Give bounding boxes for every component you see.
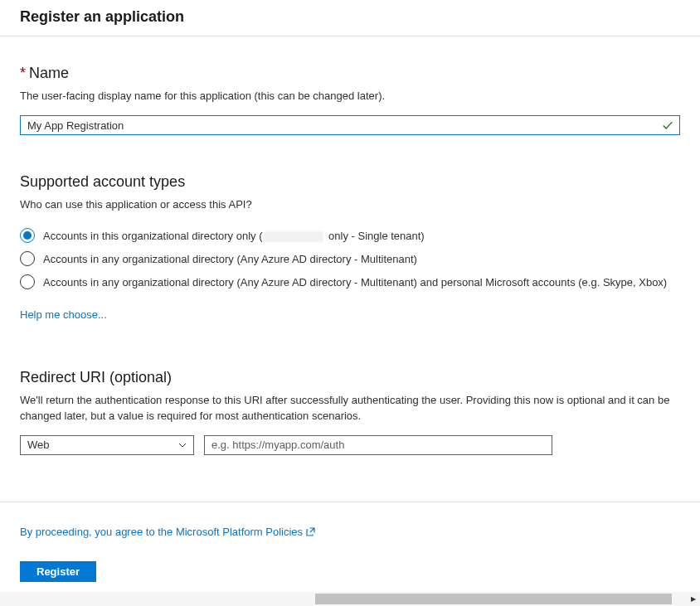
name-label-text: Name bbox=[29, 65, 69, 81]
scrollbar-thumb[interactable] bbox=[315, 594, 672, 604]
external-link-icon bbox=[306, 526, 316, 536]
help-me-choose-link[interactable]: Help me choose... bbox=[20, 308, 107, 321]
name-section: *Name The user-facing display name for t… bbox=[20, 65, 680, 135]
checkmark-icon bbox=[662, 119, 673, 131]
required-asterisk-icon: * bbox=[20, 65, 26, 81]
register-button[interactable]: Register bbox=[20, 561, 96, 582]
opt0-suffix: only - Single tenant) bbox=[325, 230, 424, 242]
redacted-tenant-name bbox=[264, 231, 323, 242]
radio-icon bbox=[20, 274, 35, 289]
radio-option-single-tenant[interactable]: Accounts in this organizational director… bbox=[20, 224, 680, 247]
radio-icon bbox=[20, 251, 35, 266]
page-title: Register an application bbox=[20, 3, 680, 36]
account-types-description: Who can use this application or access t… bbox=[20, 197, 680, 212]
account-types-label: Supported account types bbox=[20, 173, 680, 191]
radio-option-multitenant[interactable]: Accounts in any organizational directory… bbox=[20, 247, 680, 270]
radio-label-single-tenant: Accounts in this organizational director… bbox=[43, 230, 425, 242]
footer-section: By proceeding, you agree to the Microsof… bbox=[0, 502, 700, 582]
redirect-uri-label: Redirect URI (optional) bbox=[20, 369, 680, 386]
radio-option-multitenant-personal[interactable]: Accounts in any organizational directory… bbox=[20, 270, 680, 293]
redirect-uri-input[interactable] bbox=[204, 435, 552, 455]
platform-select[interactable]: Web bbox=[20, 435, 194, 455]
horizontal-scrollbar[interactable]: ▶ bbox=[0, 592, 700, 606]
radio-icon bbox=[20, 228, 35, 243]
radio-label-multitenant: Accounts in any organizational directory… bbox=[43, 253, 417, 265]
opt0-prefix: Accounts in this organizational director… bbox=[43, 230, 262, 242]
radio-label-multitenant-personal: Accounts in any organizational directory… bbox=[43, 276, 667, 288]
name-label: *Name bbox=[20, 65, 680, 82]
name-description: The user-facing display name for this ap… bbox=[20, 89, 680, 104]
policies-link-text: By proceeding, you agree to the Microsof… bbox=[20, 526, 303, 538]
redirect-uri-description: We'll return the authentication response… bbox=[20, 393, 680, 423]
platform-policies-link[interactable]: By proceeding, you agree to the Microsof… bbox=[20, 526, 316, 538]
scrollbar-track[interactable] bbox=[0, 592, 686, 606]
app-name-input[interactable] bbox=[20, 115, 680, 135]
divider bbox=[0, 36, 700, 36]
platform-selected-value: Web bbox=[27, 439, 50, 451]
scroll-right-arrow-icon[interactable]: ▶ bbox=[686, 592, 700, 606]
redirect-uri-section: Redirect URI (optional) We'll return the… bbox=[20, 369, 680, 454]
account-types-radio-group: Accounts in this organizational director… bbox=[20, 224, 680, 293]
account-types-section: Supported account types Who can use this… bbox=[20, 173, 680, 321]
